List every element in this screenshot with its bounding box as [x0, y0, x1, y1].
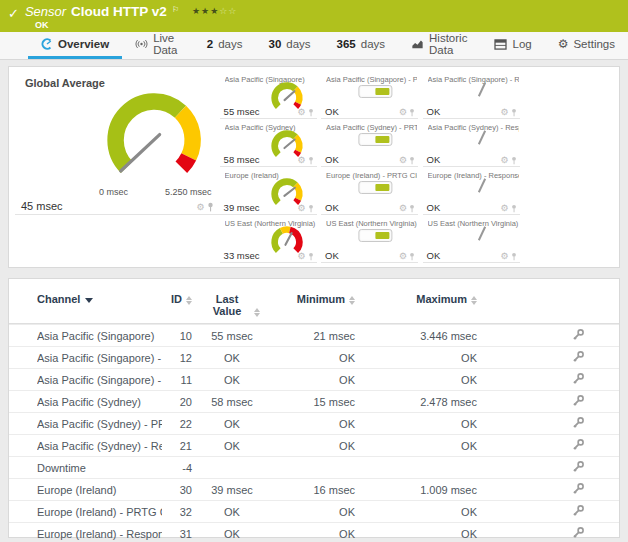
mini-tiles-bottom-row: US West (Northern California) [15, 263, 619, 268]
gear-icon[interactable]: ⚙ [501, 252, 509, 261]
status-check-icon: ✓ [8, 6, 19, 21]
channel-tile[interactable]: Asia Pacific (Sydney) - PRTG ... [321, 119, 418, 167]
gear-icon[interactable]: ⚙ [298, 156, 306, 165]
gauge-scale-max: 5.250 msec [165, 187, 212, 197]
gear-icon[interactable]: ⚙ [298, 204, 306, 213]
cell-last-value: OK [192, 528, 272, 540]
pin-icon[interactable] [511, 156, 517, 165]
tab-365-days[interactable]: 365days [324, 32, 398, 59]
gauges-panel: Global Average 0 msec 5.250 msec 45 msec… [8, 66, 620, 268]
column-header-last-value[interactable]: Last Value [192, 293, 272, 317]
table-row[interactable]: Europe (Ireland) - PRTG Cl... 32 OK OK O… [9, 500, 619, 522]
gear-icon[interactable]: ⚙ [399, 252, 407, 261]
flag-icon[interactable]: ⚐ [172, 5, 179, 14]
cell-id: 21 [162, 440, 192, 452]
gear-icon[interactable]: ⚙ [399, 108, 407, 117]
priority-stars[interactable]: ★★★☆☆ [192, 6, 237, 16]
tab-historic-data[interactable]: Historic Data [398, 32, 481, 59]
channel-tile-value: 39 msec [224, 202, 260, 213]
gear-icon[interactable]: ⚙ [197, 203, 205, 212]
table-row[interactable]: Asia Pacific (Sydney) 20 58 msec 15 msec… [9, 390, 619, 412]
channel-tile[interactable]: Europe (Ireland) - Response C... [423, 167, 520, 215]
table-row[interactable]: Asia Pacific (Singapore) - ... 11 OK OK … [9, 368, 619, 390]
channel-tile[interactable]: Asia Pacific (Sydney) - Respo... [423, 119, 520, 167]
table-row[interactable]: Asia Pacific (Sydney) - Re... 21 OK OK O… [9, 434, 619, 456]
gear-icon[interactable]: ⚙ [399, 204, 407, 213]
cell-last-value: 55 msec [192, 330, 272, 342]
tab-settings[interactable]: ⚙ Settings [545, 32, 628, 59]
global-average-tile[interactable]: Global Average 0 msec 5.250 msec 45 msec… [15, 71, 220, 215]
tab-log[interactable]: Log [481, 32, 544, 59]
channel-tile[interactable]: US West (Northern California) [15, 263, 112, 268]
channel-tile[interactable]: US West (Northern California)... [218, 263, 315, 268]
channel-switch [358, 133, 392, 146]
column-header-channel[interactable]: Channel [37, 293, 162, 305]
channel-settings-icon[interactable] [572, 394, 585, 407]
gear-icon[interactable]: ⚙ [501, 156, 509, 165]
gauge-needle [121, 135, 160, 171]
cell-maximum: OK [355, 352, 477, 364]
channel-tile[interactable]: US East (Northern Virginia) [220, 215, 317, 263]
channel-settings-icon[interactable] [572, 350, 585, 363]
gear-icon[interactable]: ⚙ [298, 108, 306, 117]
cell-channel: Asia Pacific (Singapore) - ... [37, 352, 162, 364]
channel-settings-icon[interactable] [572, 504, 585, 517]
tab-overview[interactable]: Overview [28, 32, 122, 59]
channel-settings-icon[interactable] [572, 372, 585, 385]
column-header-id[interactable]: ID [162, 293, 192, 305]
column-header-minimum[interactable]: Minimum [272, 293, 355, 305]
channel-settings-icon[interactable] [572, 482, 585, 495]
pin-icon[interactable] [511, 108, 517, 117]
pin-icon[interactable] [409, 252, 415, 261]
channel-tile[interactable]: Europe (Ireland) - PRTG Cloud... [321, 167, 418, 215]
table-row[interactable]: Asia Pacific (Sydney) - PR... 22 OK OK O… [9, 412, 619, 434]
gear-icon[interactable]: ⚙ [501, 108, 509, 117]
channel-tile[interactable]: Asia Pacific (Singapore) - Res... [423, 71, 520, 119]
tab-bar: Overview Live Data 2days 30days 365days … [0, 32, 628, 60]
channel-switch [358, 181, 392, 194]
channel-settings-icon[interactable] [572, 416, 585, 429]
channel-tile[interactable]: US East (Northern Virginia) - ... [423, 215, 520, 263]
cell-minimum: 21 msec [272, 330, 355, 342]
channel-tile[interactable]: US West (Northern California)... [117, 263, 214, 268]
channel-tile[interactable]: Europe (Ireland) [220, 167, 317, 215]
channel-settings-icon[interactable] [572, 438, 585, 451]
cell-id: 12 [162, 352, 192, 364]
gear-icon[interactable]: ⚙ [298, 252, 306, 261]
channel-tile[interactable]: Asia Pacific (Singapore) [220, 71, 317, 119]
pin-icon[interactable] [511, 204, 517, 213]
tab-30-days[interactable]: 30days [255, 32, 323, 59]
channel-tile[interactable]: Asia Pacific (Singapore) - PR... [321, 71, 418, 119]
channel-settings-icon[interactable] [572, 460, 585, 473]
gauge-scale-min: 0 msec [99, 187, 128, 197]
broadcast-icon [135, 38, 148, 50]
channel-settings-icon[interactable] [572, 526, 585, 539]
table-row[interactable]: Downtime -4 [9, 456, 619, 478]
cell-last-value: 39 msec [192, 484, 272, 496]
pin-icon[interactable] [511, 252, 517, 261]
table-row[interactable]: Europe (Ireland) 30 39 msec 16 msec 1.00… [9, 478, 619, 500]
gear-icon[interactable]: ⚙ [399, 156, 407, 165]
table-row[interactable]: Europe (Ireland) - Respon... 31 OK OK OK [9, 522, 619, 542]
table-row[interactable]: Asia Pacific (Singapore) 10 55 msec 21 m… [9, 324, 619, 346]
column-header-maximum[interactable]: Maximum [355, 293, 477, 305]
pin-icon[interactable] [409, 204, 415, 213]
pin-icon[interactable] [308, 108, 314, 117]
channel-tile[interactable]: US East (Northern Virginia) - ... [321, 215, 418, 263]
tab-2-days[interactable]: 2days [194, 32, 256, 59]
pin-icon[interactable] [308, 204, 314, 213]
channel-tile[interactable]: Asia Pacific (Sydney) [220, 119, 317, 167]
channel-settings-icon[interactable] [572, 328, 585, 341]
pin-icon[interactable] [207, 202, 214, 212]
tab-live-data[interactable]: Live Data [122, 32, 194, 59]
table-row[interactable]: Asia Pacific (Singapore) - ... 12 OK OK … [9, 346, 619, 368]
pin-icon[interactable] [308, 156, 314, 165]
pin-icon[interactable] [409, 108, 415, 117]
cell-id: 20 [162, 396, 192, 408]
gear-icon[interactable]: ⚙ [501, 204, 509, 213]
channel-switch [358, 85, 392, 98]
pin-icon[interactable] [409, 156, 415, 165]
pin-icon[interactable] [308, 252, 314, 261]
cell-maximum: 3.446 msec [355, 330, 477, 342]
channel-needle [478, 130, 486, 144]
